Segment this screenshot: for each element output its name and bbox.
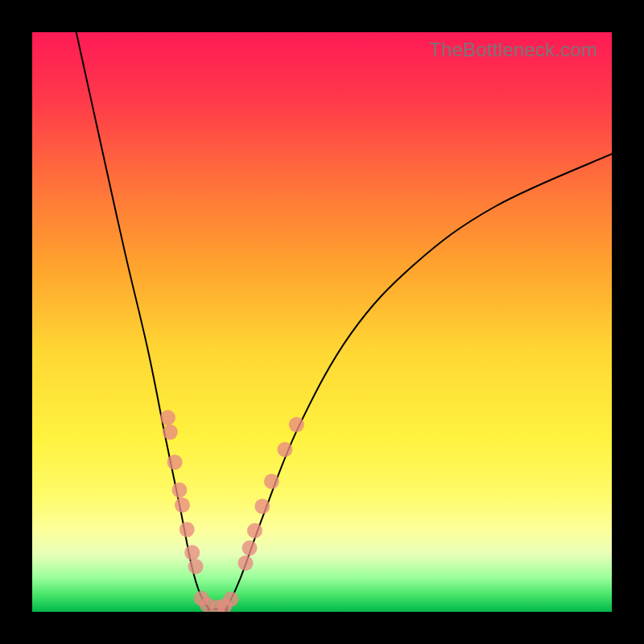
data-point <box>184 545 200 560</box>
bottleneck-curve <box>76 32 612 612</box>
outer-frame: TheBottleneck.com <box>0 0 644 644</box>
data-point <box>171 482 187 497</box>
data-point <box>167 455 183 470</box>
data-point <box>277 442 292 457</box>
data-point <box>223 592 238 607</box>
plot-area: TheBottleneck.com <box>32 32 612 612</box>
curve-group <box>76 32 612 612</box>
data-point <box>188 559 204 574</box>
dot-group <box>160 410 304 612</box>
data-point <box>242 540 258 555</box>
chart-svg <box>32 32 612 612</box>
data-point <box>247 523 262 539</box>
data-point <box>180 522 195 537</box>
data-point <box>254 498 270 514</box>
data-point <box>160 410 175 425</box>
data-point <box>175 497 190 513</box>
data-point <box>289 417 304 432</box>
data-point <box>237 555 253 571</box>
data-point <box>163 424 178 440</box>
data-point <box>264 474 279 489</box>
